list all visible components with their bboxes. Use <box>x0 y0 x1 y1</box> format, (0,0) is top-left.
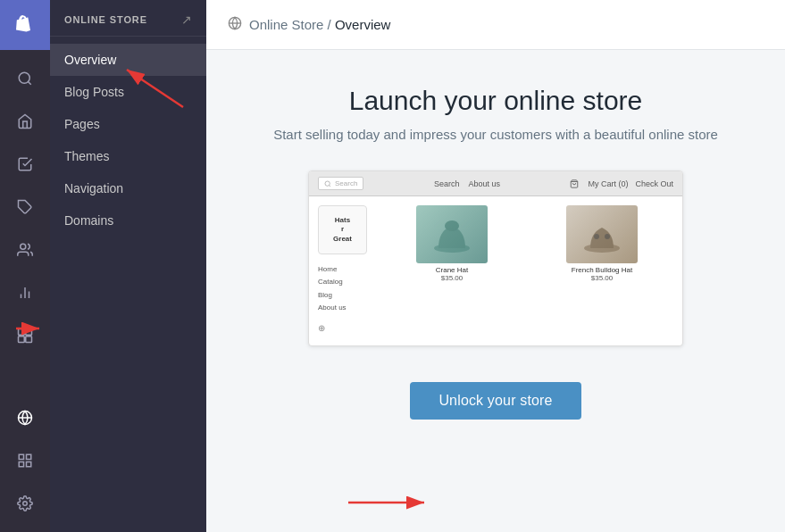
svg-rect-16 <box>26 337 32 343</box>
home-nav-icon[interactable] <box>0 100 50 143</box>
launch-title: Launch your online store <box>349 86 643 116</box>
sidebar-nav: Overview Blog Posts Pages Themes Navigat… <box>50 37 206 532</box>
icon-bar-items <box>0 50 50 396</box>
store-preview: Search Search About us My Cart (0) Check… <box>308 170 683 346</box>
svg-point-9 <box>21 244 26 249</box>
svg-rect-19 <box>19 454 23 459</box>
svg-line-7 <box>28 81 30 84</box>
settings-nav-icon[interactable] <box>0 482 50 525</box>
product-1-name: Crane Hat <box>436 266 468 274</box>
preview-cart-label: My Cart (0) <box>588 179 628 188</box>
external-link-icon[interactable]: ↗ <box>181 12 192 27</box>
sidebar-item-themes[interactable]: Themes <box>50 140 206 172</box>
product-image-1 <box>416 205 488 263</box>
product-1-price: $35.00 <box>441 274 463 282</box>
customers-nav-icon[interactable] <box>0 229 50 271</box>
sidebar: ONLINE STORE ↗ Overview Blog Posts Pages… <box>50 0 206 532</box>
svg-rect-20 <box>27 454 31 459</box>
preview-menu-about: About us <box>318 302 372 314</box>
product-image-2 <box>566 205 638 263</box>
preview-social-icon: ⊕ <box>318 320 372 337</box>
breadcrumb: Online Store / Overview <box>249 17 390 32</box>
preview-product-row: Crane Hat $35.00 <box>380 205 673 282</box>
plugins-nav-icon[interactable] <box>0 439 50 482</box>
svg-line-27 <box>330 185 330 186</box>
preview-topbar: Search Search About us My Cart (0) Check… <box>309 171 682 196</box>
svg-point-32 <box>594 234 599 239</box>
preview-body: HatsrGreat Home Catalog Blog About us ⊕ <box>309 196 682 345</box>
breadcrumb-separator: / <box>328 17 335 32</box>
preview-search: Search <box>318 177 363 190</box>
breadcrumb-parent[interactable]: Online Store <box>249 17 323 32</box>
sidebar-title: ONLINE STORE <box>64 14 147 25</box>
launch-subtitle: Start selling today and impress your cus… <box>273 127 718 142</box>
sidebar-item-navigation[interactable]: Navigation <box>50 172 206 204</box>
globe-icon <box>228 16 242 34</box>
icon-bar <box>0 0 50 532</box>
preview-product-2: French Bulldog Hat $35.00 <box>530 205 673 282</box>
icon-bar-bottom <box>0 396 50 532</box>
preview-sidebar: HatsrGreat Home Catalog Blog About us ⊕ <box>318 205 372 337</box>
svg-point-6 <box>19 72 29 83</box>
sidebar-item-blog-posts[interactable]: Blog Posts <box>50 76 206 108</box>
svg-point-26 <box>325 181 330 186</box>
topbar: Online Store / Overview <box>206 0 785 50</box>
products-nav-icon[interactable] <box>0 186 50 229</box>
sidebar-item-overview[interactable]: Overview <box>50 44 206 76</box>
preview-nav-search: Search <box>434 179 460 188</box>
main-content: Online Store / Overview Launch your onli… <box>206 0 785 532</box>
search-nav-icon[interactable] <box>0 57 50 100</box>
unlock-store-button[interactable]: Unlock your store <box>410 382 580 420</box>
preview-products: Crane Hat $35.00 <box>380 205 673 337</box>
preview-nav-about: About us <box>468 179 500 188</box>
preview-nav-links: Search About us <box>374 179 559 188</box>
svg-rect-22 <box>19 462 23 467</box>
content-area: Launch your online store Start selling t… <box>206 50 785 532</box>
svg-rect-15 <box>19 337 25 343</box>
svg-rect-13 <box>19 329 25 336</box>
sidebar-item-pages[interactable]: Pages <box>50 108 206 140</box>
preview-menu-blog: Blog <box>318 289 372 302</box>
online-store-nav-icon[interactable] <box>0 396 50 439</box>
shopify-logo[interactable] <box>0 0 50 50</box>
svg-point-23 <box>23 502 28 506</box>
sidebar-header: ONLINE STORE ↗ <box>50 0 206 37</box>
analytics-nav-icon[interactable] <box>0 271 50 314</box>
preview-menu: Home Catalog Blog About us ⊕ <box>318 263 372 337</box>
preview-menu-catalog: Catalog <box>318 276 372 288</box>
orders-nav-icon[interactable] <box>0 143 50 186</box>
product-2-price: $35.00 <box>591 274 613 282</box>
preview-search-label: Search <box>335 179 357 187</box>
svg-point-30 <box>445 220 459 231</box>
sidebar-item-domains[interactable]: Domains <box>50 204 206 237</box>
preview-product-1: Crane Hat $35.00 <box>380 205 523 282</box>
apps-nav-icon[interactable] <box>0 314 50 357</box>
product-2-name: French Bulldog Hat <box>572 266 632 274</box>
svg-rect-21 <box>27 462 31 467</box>
svg-point-33 <box>605 234 610 239</box>
preview-menu-home: Home <box>318 263 372 276</box>
breadcrumb-current: Overview <box>335 17 391 32</box>
svg-rect-14 <box>26 329 32 336</box>
preview-checkout-label: Check Out <box>635 179 673 188</box>
preview-cart: My Cart (0) Check Out <box>570 179 673 188</box>
preview-logo: HatsrGreat <box>318 205 367 254</box>
